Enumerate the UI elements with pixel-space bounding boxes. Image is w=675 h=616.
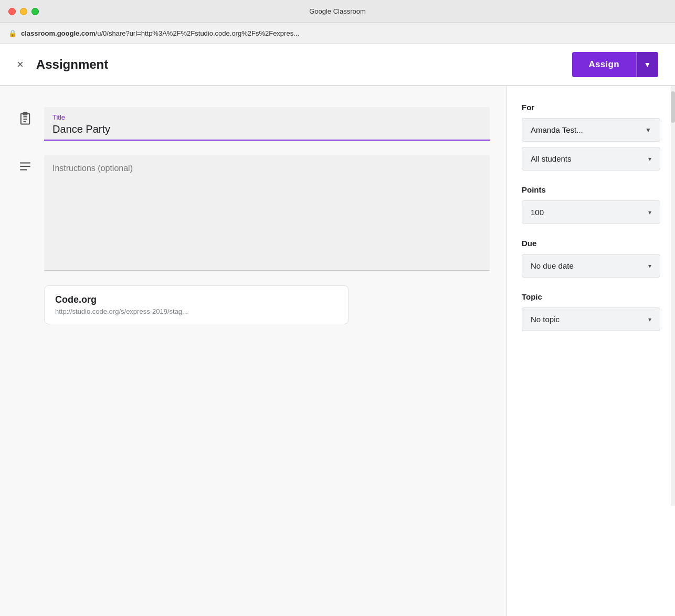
title-input[interactable] [52, 123, 481, 135]
points-value: 100 [531, 208, 544, 217]
class-dropdown[interactable]: Amanda Test... ▼ [522, 118, 660, 142]
scrollbar-thumb[interactable] [671, 91, 675, 123]
instructions-input[interactable] [52, 164, 481, 258]
points-label: Points [522, 185, 660, 194]
header-left: × Assignment [17, 57, 108, 72]
assign-button[interactable]: Assign [572, 52, 636, 77]
points-dropdown[interactable]: 100 ▾ [522, 200, 660, 224]
due-section: Due No due date ▾ [522, 239, 660, 278]
right-panel: For Amanda Test... ▼ All students ▾ Poin… [507, 86, 675, 616]
address-bar: 🔒 classroom.google.com/u/0/share?url=htt… [0, 23, 675, 44]
title-form-row: Title [17, 107, 490, 141]
address-text: classroom.google.com/u/0/share?url=http%… [21, 29, 299, 37]
app-header: × Assignment Assign ▼ [0, 44, 675, 86]
students-value: All students [531, 154, 572, 163]
topic-section: Topic No topic ▾ [522, 292, 660, 331]
instructions-field-wrapper [44, 155, 490, 271]
due-value: No due date [531, 261, 574, 270]
link-card-url: http://studio.code.org/s/express-2019/st… [55, 307, 338, 315]
title-field-container: Title [44, 107, 490, 141]
topic-dropdown-arrow: ▾ [648, 316, 651, 323]
title-bar: Google Classroom [0, 0, 675, 23]
points-dropdown-arrow: ▾ [648, 209, 651, 216]
topic-label: Topic [522, 292, 660, 301]
header-right: Assign ▼ [572, 52, 658, 77]
title-label: Title [52, 113, 481, 121]
close-window-button[interactable] [8, 8, 16, 15]
topic-value: No topic [531, 315, 560, 324]
due-label: Due [522, 239, 660, 248]
link-card[interactable]: Code.org http://studio.code.org/s/expres… [44, 285, 349, 324]
assign-dropdown-button[interactable]: ▼ [636, 52, 658, 77]
clipboard-icon [17, 111, 34, 129]
points-section: Points 100 ▾ [522, 185, 660, 224]
students-dropdown[interactable]: All students ▾ [522, 147, 660, 171]
traffic-lights [8, 8, 39, 15]
students-dropdown-arrow: ▾ [648, 155, 651, 163]
due-dropdown-arrow: ▾ [648, 262, 651, 270]
main-content: Title Code.org http:/ [0, 86, 675, 616]
maximize-window-button[interactable] [31, 8, 39, 15]
page-title: Assignment [36, 57, 108, 72]
instructions-form-row [17, 155, 490, 271]
left-panel: Title Code.org http:/ [0, 86, 507, 616]
title-field-wrapper: Title [44, 107, 490, 141]
close-button[interactable]: × [17, 59, 24, 70]
class-dropdown-arrow: ▼ [645, 126, 651, 134]
lines-icon [17, 160, 34, 176]
lock-icon: 🔒 [8, 29, 17, 37]
minimize-window-button[interactable] [20, 8, 27, 15]
link-card-title: Code.org [55, 294, 338, 305]
topic-dropdown[interactable]: No topic ▾ [522, 307, 660, 331]
instructions-container [44, 155, 490, 271]
for-section: For Amanda Test... ▼ All students ▾ [522, 103, 660, 171]
window-title: Google Classroom [309, 7, 366, 15]
scrollbar-track [671, 86, 675, 506]
for-label: For [522, 103, 660, 112]
class-value: Amanda Test... [531, 125, 583, 134]
due-dropdown[interactable]: No due date ▾ [522, 254, 660, 278]
assign-dropdown-arrow: ▼ [644, 60, 651, 69]
